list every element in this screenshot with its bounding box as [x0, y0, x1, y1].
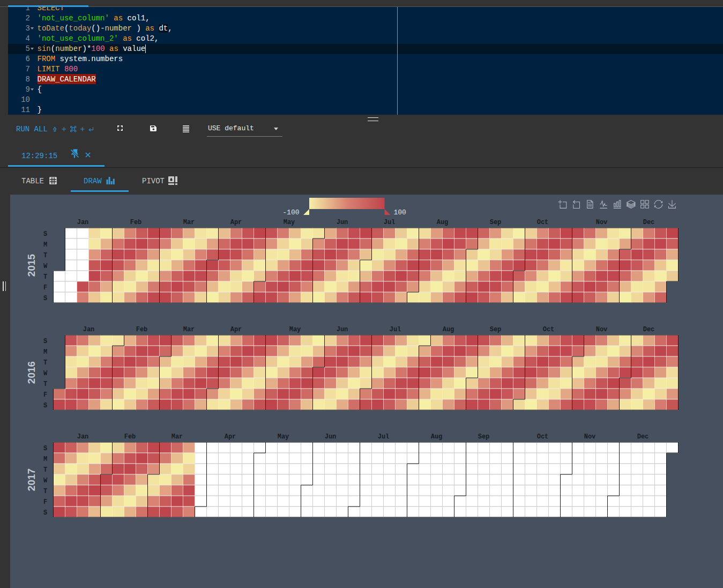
svg-text:M: M	[43, 241, 47, 249]
svg-text:Sep: Sep	[489, 326, 501, 333]
svg-text:Mar: Mar	[183, 219, 195, 226]
svg-text:Dec: Dec	[637, 433, 649, 441]
svg-text:Nov: Nov	[584, 433, 595, 441]
svg-text:Jan: Jan	[77, 219, 88, 226]
svg-text:Mar: Mar	[171, 433, 183, 441]
svg-text:Feb: Feb	[130, 219, 141, 226]
svg-text:Dec: Dec	[643, 219, 654, 226]
svg-text:Jul: Jul	[383, 219, 395, 226]
svg-text:Jun: Jun	[324, 433, 336, 441]
svg-text:Jun: Jun	[336, 326, 348, 333]
svg-text:Jan: Jan	[83, 326, 94, 333]
svg-text:Nov: Nov	[595, 326, 607, 333]
svg-text:Mar: Mar	[183, 326, 195, 333]
svg-text:M: M	[43, 348, 47, 356]
svg-text:2015: 2015	[25, 254, 36, 277]
svg-text:Apr: Apr	[230, 219, 242, 226]
svg-text:Jan: Jan	[77, 433, 88, 441]
svg-text:Nov: Nov	[595, 219, 607, 226]
svg-text:F: F	[43, 391, 47, 399]
svg-text:Oct: Oct	[542, 326, 554, 333]
svg-text:Oct: Oct	[536, 219, 548, 226]
svg-text:May: May	[277, 433, 289, 441]
svg-text:S: S	[43, 338, 47, 345]
svg-text:T: T	[43, 488, 47, 495]
svg-text:Feb: Feb	[124, 433, 136, 441]
svg-text:Sep: Sep	[478, 433, 489, 441]
svg-text:Dec: Dec	[643, 326, 654, 333]
svg-text:Aug: Aug	[436, 219, 448, 226]
svg-text:Sep: Sep	[489, 219, 501, 226]
svg-text:Jul: Jul	[377, 433, 389, 441]
svg-text:May: May	[289, 326, 301, 333]
svg-text:Aug: Aug	[442, 326, 454, 333]
svg-text:2017: 2017	[25, 468, 36, 491]
svg-text:M: M	[43, 456, 47, 463]
svg-text:May: May	[283, 219, 295, 226]
svg-text:-100: -100	[282, 209, 299, 217]
svg-text:Apr: Apr	[230, 326, 242, 333]
svg-text:W: W	[43, 370, 47, 377]
svg-text:Feb: Feb	[136, 326, 147, 333]
svg-text:Jul: Jul	[389, 326, 401, 333]
svg-text:T: T	[43, 273, 47, 281]
svg-text:100: 100	[393, 209, 406, 217]
svg-text:F: F	[43, 284, 47, 292]
svg-text:S: S	[43, 402, 47, 410]
svg-text:Jun: Jun	[336, 219, 348, 226]
svg-text:Aug: Aug	[430, 433, 442, 441]
svg-text:W: W	[43, 263, 47, 270]
svg-text:T: T	[43, 466, 47, 474]
svg-text:Oct: Oct	[536, 433, 548, 441]
svg-text:Apr: Apr	[224, 433, 236, 441]
svg-text:T: T	[43, 359, 47, 367]
svg-text:F: F	[43, 498, 47, 506]
svg-text:S: S	[43, 509, 47, 517]
svg-text:T: T	[43, 252, 47, 259]
svg-text:S: S	[43, 445, 47, 452]
svg-text:T: T	[43, 381, 47, 388]
svg-text:W: W	[43, 477, 47, 485]
svg-text:S: S	[43, 295, 47, 302]
svg-text:S: S	[43, 230, 47, 238]
svg-text:2016: 2016	[25, 361, 36, 384]
